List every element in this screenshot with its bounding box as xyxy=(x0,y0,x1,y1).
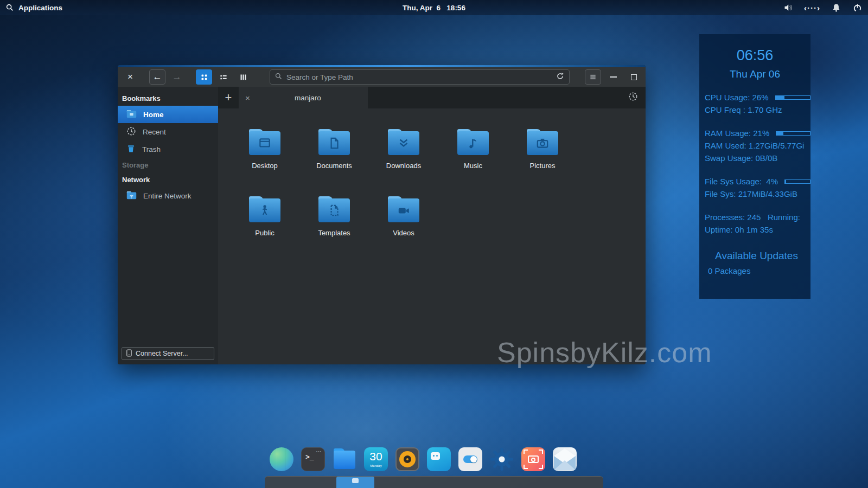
applications-menu[interactable]: Applications xyxy=(5,3,62,12)
file-grid: Desktop Documents Downloads xyxy=(218,108,646,364)
packages-count: 0 Packages xyxy=(705,266,810,275)
back-button[interactable]: ← xyxy=(149,69,165,85)
sidebar-item-label: Home xyxy=(143,111,164,119)
window-toolbar: × ← → xyxy=(118,67,646,87)
server-icon xyxy=(126,349,132,358)
file-manager-window: × ← → Bookmark xyxy=(118,65,646,364)
ram-usage-bar xyxy=(776,131,810,136)
sidebar: Bookmarks Home Recent Trash Storage xyxy=(118,87,218,364)
add-tab-button[interactable]: + xyxy=(218,87,239,108)
fs-line: File Sys: 217MiB/4.33GiB xyxy=(705,188,810,200)
sidebar-item-home[interactable]: Home xyxy=(118,106,218,123)
cpu-usage-bar xyxy=(775,95,810,100)
sidebar-item-trash[interactable]: Trash xyxy=(118,140,218,158)
notifications-bell-icon[interactable] xyxy=(831,3,841,13)
cpu-freq-line: CPU Freq : 1.70 GHz xyxy=(705,104,810,116)
dock-browser-icon[interactable] xyxy=(270,447,293,471)
tab-bar: + × manjaro xyxy=(218,87,646,108)
dock-file-manager-icon[interactable] xyxy=(333,447,356,471)
list-view-button[interactable] xyxy=(215,69,232,85)
file-item-documents[interactable]: Documents xyxy=(299,121,369,189)
recent-history-icon[interactable] xyxy=(628,92,638,104)
file-label: Music xyxy=(464,162,482,170)
dock-bar[interactable] xyxy=(265,476,603,488)
file-item-music[interactable]: Music xyxy=(438,121,508,189)
applications-label: Applications xyxy=(18,4,62,12)
dock-screenshot-icon[interactable] xyxy=(521,447,545,471)
file-label: Videos xyxy=(393,229,414,237)
file-item-videos[interactable]: Videos xyxy=(369,189,438,256)
desktop-glyph-icon xyxy=(258,136,272,150)
sidebar-item-label: Trash xyxy=(142,145,161,153)
fs-usage-line: File Sys Usage: 4% xyxy=(705,175,810,188)
sidebar-item-recent[interactable]: Recent xyxy=(118,123,218,140)
search-icon xyxy=(275,72,283,82)
power-icon[interactable] xyxy=(852,3,863,13)
available-updates-title: Available Updates xyxy=(705,250,810,262)
tab-close-icon[interactable]: × xyxy=(245,93,250,102)
icon-view-button[interactable] xyxy=(196,69,212,85)
sidebar-item-entire-network[interactable]: Entire Network xyxy=(118,187,218,204)
window-close-button[interactable]: × xyxy=(122,69,138,85)
video-camera-glyph-icon xyxy=(397,203,411,217)
person-glyph-icon xyxy=(258,203,272,217)
cpu-usage-line: CPU Usage: 26% xyxy=(705,91,810,104)
file-item-pictures[interactable]: Pictures xyxy=(508,121,577,189)
panel-clock[interactable]: Thu, Apr 6 18:56 xyxy=(0,4,868,12)
processes-line: Processes: 245 Running: xyxy=(705,211,810,223)
trash-icon xyxy=(126,144,136,155)
dock-calendar-icon[interactable]: 30 Monday xyxy=(364,447,388,471)
minimize-button[interactable] xyxy=(610,76,617,78)
template-glyph-icon xyxy=(327,203,341,217)
bookmarks-header: Bookmarks xyxy=(118,91,218,106)
storage-header: Storage xyxy=(118,158,218,172)
music-note-glyph-icon xyxy=(466,136,480,150)
home-folder-icon xyxy=(126,110,137,120)
connect-server-label: Connect Server... xyxy=(136,350,188,357)
search-icon xyxy=(5,3,14,12)
swap-usage-line: Swap Usage: 0B/0B xyxy=(705,152,810,164)
file-item-downloads[interactable]: Downloads xyxy=(369,121,438,189)
widget-date: Thu Apr 06 xyxy=(705,68,810,80)
file-label: Pictures xyxy=(530,162,556,170)
dock-settings-gear-icon[interactable] xyxy=(490,447,514,471)
system-monitor-widget: 06:56 Thu Apr 06 CPU Usage: 26% CPU Freq… xyxy=(699,34,810,299)
dock-terminal-icon[interactable]: >_ ••• xyxy=(301,447,325,471)
active-window-indicator[interactable] xyxy=(336,477,374,488)
dock-media-player-icon[interactable] xyxy=(395,447,419,471)
network-icon[interactable]: ‹···› xyxy=(804,3,820,12)
tab-label: manjaro xyxy=(254,94,361,102)
file-label: Public xyxy=(255,229,274,237)
clock-icon xyxy=(126,126,136,138)
widget-time: 06:56 xyxy=(705,47,810,64)
file-label: Desktop xyxy=(252,162,278,170)
sidebar-item-label: Recent xyxy=(143,128,166,136)
refresh-icon[interactable] xyxy=(556,72,565,83)
tab-manjaro[interactable]: × manjaro xyxy=(239,87,368,108)
ram-used-line: RAM Used: 1.27GiB/5.77Gi xyxy=(705,139,810,152)
top-panel: Applications Thu, Apr 6 18:56 ‹···› xyxy=(0,0,868,15)
uptime-line: Uptime: 0h 1m 35s xyxy=(705,223,810,236)
fs-usage-bar xyxy=(784,179,810,184)
maximize-button[interactable] xyxy=(631,74,637,80)
network-folder-icon xyxy=(126,191,137,201)
menu-button[interactable] xyxy=(585,69,601,85)
file-label: Templates xyxy=(318,229,350,237)
dock-tweaks-icon[interactable] xyxy=(458,447,482,471)
search-bar[interactable] xyxy=(270,69,570,85)
download-glyph-icon xyxy=(397,136,411,150)
column-view-button[interactable] xyxy=(235,69,251,85)
file-item-public[interactable]: Public xyxy=(230,189,299,256)
file-item-templates[interactable]: Templates xyxy=(299,189,369,256)
camera-glyph-icon xyxy=(535,136,550,150)
forward-button[interactable]: → xyxy=(169,69,185,85)
ram-usage-line: RAM Usage: 21% xyxy=(705,127,810,139)
file-item-desktop[interactable]: Desktop xyxy=(230,121,299,189)
connect-server-button[interactable]: Connect Server... xyxy=(122,347,214,360)
dock-mail-icon[interactable] xyxy=(553,447,577,471)
volume-icon[interactable] xyxy=(783,3,793,12)
search-input[interactable] xyxy=(286,73,552,81)
network-header: Network xyxy=(118,172,218,187)
file-label: Documents xyxy=(316,162,352,170)
dock-app-store-icon[interactable] xyxy=(427,447,451,471)
